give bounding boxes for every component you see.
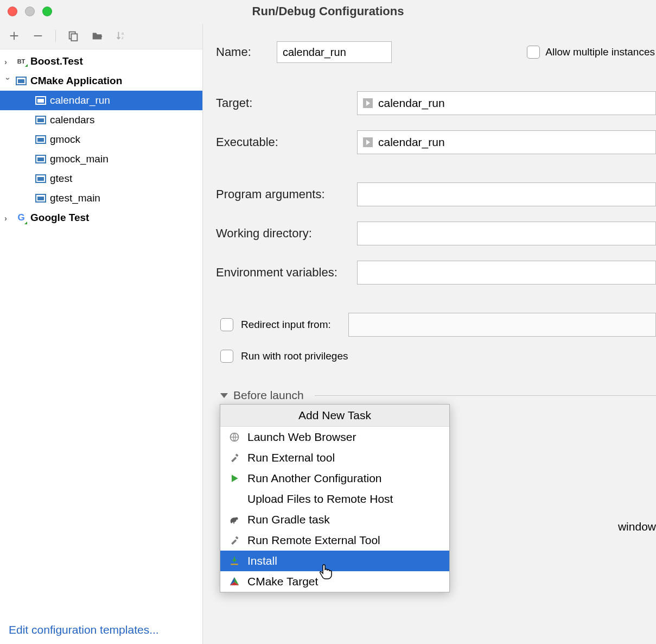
cmake-app-icon	[35, 94, 47, 106]
popup-item-upload-files[interactable]: Upload Files to Remote Host	[220, 489, 449, 509]
svg-rect-17	[37, 197, 44, 200]
popup-item-cmake-target[interactable]: CMake Target	[220, 571, 449, 592]
remove-icon[interactable]	[31, 29, 44, 42]
toolbar-separator	[55, 30, 56, 42]
target-play-icon	[363, 98, 373, 108]
before-launch-header[interactable]: Before launch	[216, 389, 656, 402]
executable-label: Executable:	[216, 135, 357, 149]
cmake-app-icon	[35, 134, 47, 146]
play-icon	[228, 472, 241, 485]
popup-item-label: Run Remote External Tool	[247, 534, 380, 547]
save-template-icon[interactable]	[91, 29, 104, 42]
program-args-input[interactable]	[357, 182, 656, 206]
program-args-label: Program arguments:	[216, 187, 357, 201]
tree-label: gtest	[50, 173, 72, 185]
globe-icon	[228, 431, 241, 444]
executable-value: calendar_run	[378, 136, 445, 149]
svg-rect-13	[37, 157, 44, 161]
redirect-checkbox[interactable]	[220, 318, 233, 331]
copy-icon[interactable]	[67, 29, 80, 42]
popup-item-run-remote-external-tool[interactable]: Run Remote External Tool	[220, 530, 449, 551]
env-vars-label: Environment variables:	[216, 266, 357, 280]
blank-icon	[228, 493, 241, 506]
tree-label: gmock_main	[50, 153, 109, 165]
popup-item-run-external-tool[interactable]: Run External tool	[220, 447, 449, 468]
checkbox-icon	[527, 46, 540, 59]
tree-label: calendar_run	[50, 94, 110, 106]
tree-node-calendars[interactable]: calendars	[0, 110, 202, 130]
chevron-down-icon: ›	[4, 77, 13, 85]
tree-node-cmake-application[interactable]: › CMake Application	[0, 71, 202, 91]
popup-item-label: Launch Web Browser	[247, 431, 356, 444]
window-title: Run/Debug Configurations	[0, 4, 656, 18]
popup-item-launch-web-browser[interactable]: Launch Web Browser	[220, 427, 449, 447]
svg-rect-11	[37, 138, 44, 142]
working-dir-label: Working directory:	[216, 226, 357, 241]
tree-label: Boost.Test	[30, 55, 83, 67]
redirect-path-input[interactable]	[348, 313, 656, 337]
svg-rect-1	[71, 34, 77, 41]
svg-rect-7	[37, 99, 44, 103]
popup-item-install[interactable]: Install	[220, 551, 449, 571]
sort-icon[interactable]: az	[114, 29, 128, 42]
popup-item-label: Install	[247, 554, 277, 567]
tree-node-google-test[interactable]: › G Google Test	[0, 208, 202, 228]
env-vars-input[interactable]	[357, 261, 656, 285]
allow-multiple-checkbox[interactable]: Allow multiple instances	[527, 46, 655, 59]
elephant-icon	[228, 513, 241, 526]
cmake-icon	[228, 575, 241, 588]
popup-item-label: Run Another Configuration	[247, 472, 382, 485]
add-icon[interactable]	[8, 29, 21, 42]
redirect-label: Redirect input from:	[241, 319, 331, 331]
google-test-icon: G	[15, 212, 27, 224]
cmake-app-icon	[15, 75, 27, 87]
root-label: Run with root privileges	[241, 350, 348, 362]
name-input[interactable]	[277, 41, 392, 63]
root-checkbox[interactable]	[220, 350, 233, 363]
boost-test-icon: BT	[15, 55, 27, 67]
before-launch-label: Before launch	[233, 389, 304, 402]
svg-rect-15	[37, 177, 44, 181]
popup-item-label: Run External tool	[247, 451, 335, 464]
cmake-app-icon	[35, 114, 47, 126]
sidebar-toolbar: az	[0, 24, 202, 49]
before-launch-section: Before launch	[216, 389, 656, 402]
target-select[interactable]: calendar_run	[357, 91, 656, 115]
edit-templates-link[interactable]: Edit configuration templates...	[9, 623, 159, 636]
tree-node-gtest-main[interactable]: gtest_main	[0, 188, 202, 208]
tree-node-boost-test[interactable]: › BT Boost.Test	[0, 52, 202, 71]
tools-icon	[228, 451, 241, 464]
executable-play-icon	[363, 137, 373, 147]
tree-node-gmock-main[interactable]: gmock_main	[0, 149, 202, 169]
popup-item-label: Run Gradle task	[247, 513, 330, 526]
root-privileges-row: Run with root privileges	[216, 350, 656, 363]
tree-node-calendar-run[interactable]: calendar_run	[0, 91, 202, 110]
chevron-down-icon	[220, 393, 228, 398]
tree-label: Google Test	[30, 212, 89, 224]
tool-window-label-fragment: window	[602, 520, 656, 533]
tools-icon	[228, 534, 241, 547]
tree-node-gmock[interactable]: gmock	[0, 130, 202, 149]
popup-item-run-another-configuration[interactable]: Run Another Configuration	[220, 468, 449, 489]
svg-rect-5	[18, 79, 24, 83]
divider	[315, 395, 656, 396]
install-icon	[228, 554, 241, 567]
working-dir-input[interactable]	[357, 222, 656, 245]
popup-item-label: CMake Target	[247, 575, 318, 588]
popup-item-label: Upload Files to Remote Host	[247, 493, 393, 506]
add-task-popup: Add New Task Launch Web Browser Run Exte…	[220, 404, 450, 592]
target-label: Target:	[216, 96, 357, 110]
tree-label: gmock	[50, 134, 80, 146]
svg-rect-9	[37, 118, 44, 122]
tree-node-gtest[interactable]: gtest	[0, 169, 202, 188]
tree-label: CMake Application	[30, 75, 122, 87]
popup-item-run-gradle-task[interactable]: Run Gradle task	[220, 509, 449, 530]
executable-select[interactable]: calendar_run	[357, 130, 656, 154]
target-value: calendar_run	[378, 97, 445, 110]
popup-header: Add New Task	[220, 405, 449, 427]
tree-label: gtest_main	[50, 192, 100, 204]
chevron-right-icon: ›	[4, 57, 12, 66]
redirect-input-row: Redirect input from:	[216, 313, 656, 337]
cmake-app-icon	[35, 173, 47, 185]
allow-multiple-label: Allow multiple instances	[545, 46, 655, 58]
